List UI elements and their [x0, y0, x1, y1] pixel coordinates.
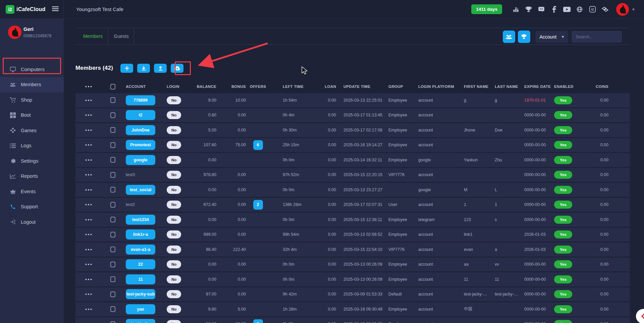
- col-header-loan[interactable]: LOAN: [311, 82, 340, 91]
- sidebar-item-reports[interactable]: Reports: [0, 169, 64, 184]
- row-select[interactable]: [102, 228, 123, 242]
- icafe-logo-icon[interactable]: i2: [589, 6, 596, 13]
- row-checkbox[interactable]: [110, 97, 115, 103]
- row-actions[interactable]: ●●●: [75, 108, 102, 122]
- discord-icon[interactable]: [538, 6, 545, 13]
- row-menu-icon[interactable]: ●●●: [85, 278, 93, 281]
- row-select[interactable]: [102, 287, 123, 302]
- account-pill[interactable]: 778899: [126, 95, 155, 105]
- account-pill[interactable]: test-jacky: [126, 319, 155, 323]
- row-menu-icon[interactable]: ●●●: [85, 292, 93, 296]
- row-select[interactable]: [102, 317, 123, 323]
- sidebar-item-members[interactable]: Members: [0, 77, 64, 93]
- row-actions[interactable]: ●●●: [75, 183, 102, 197]
- row-actions[interactable]: ●●●: [75, 258, 102, 272]
- sidebar-item-shop[interactable]: Shop: [0, 92, 64, 108]
- row-menu-icon[interactable]: ●●●: [85, 128, 93, 132]
- row-actions[interactable]: ●●●: [75, 317, 102, 323]
- row-checkbox[interactable]: [110, 217, 115, 222]
- row-menu-icon[interactable]: ●●●: [85, 203, 93, 206]
- row-checkbox[interactable]: [110, 276, 115, 282]
- row-actions[interactable]: ●●●: [75, 302, 102, 316]
- row-checkbox[interactable]: [110, 172, 115, 178]
- row-checkbox[interactable]: [110, 232, 115, 237]
- row-select[interactable]: [102, 302, 123, 316]
- row-menu-icon[interactable]: ●●●: [85, 143, 93, 147]
- globe-icon[interactable]: [576, 6, 583, 13]
- account-pill[interactable]: google: [126, 155, 155, 165]
- col-header-enabled[interactable]: ENABLED: [553, 82, 584, 91]
- row-checkbox[interactable]: [110, 306, 115, 312]
- row-menu-icon[interactable]: ●●●: [85, 113, 93, 117]
- col-header-coins[interactable]: COINS: [584, 82, 610, 91]
- offers-badge[interactable]: 6: [253, 140, 263, 150]
- account-pill[interactable]: 11: [126, 274, 155, 284]
- sidebar-user-card[interactable]: Geri 008612345678: [0, 19, 64, 58]
- col-header-platform[interactable]: LOGIN PLATFORM: [417, 82, 463, 91]
- row-actions[interactable]: ●●●: [75, 153, 102, 167]
- row-menu-icon[interactable]: ●●●: [85, 158, 93, 162]
- account-pill[interactable]: 22: [126, 259, 155, 269]
- row-menu-icon[interactable]: ●●●: [85, 173, 93, 176]
- row-actions[interactable]: ●●●: [75, 138, 102, 152]
- sidebar-item-logout[interactable]: Logout: [0, 214, 64, 230]
- row-actions[interactable]: ●●●: [75, 272, 102, 286]
- row-select[interactable]: [102, 272, 123, 286]
- row-select[interactable]: [102, 153, 123, 167]
- account-text[interactable]: test2: [126, 202, 135, 207]
- members-view-button[interactable]: [503, 31, 515, 43]
- offers-badge[interactable]: 3: [253, 319, 263, 323]
- export-button[interactable]: [154, 64, 167, 73]
- chevron-down-icon[interactable]: ▼: [632, 7, 635, 11]
- row-actions[interactable]: ●●●: [75, 213, 102, 227]
- row-checkbox[interactable]: [110, 112, 115, 118]
- row-actions[interactable]: ●●●: [75, 243, 102, 257]
- cloud-download-button[interactable]: [171, 64, 183, 73]
- row-menu-icon[interactable]: ●●●: [85, 233, 93, 236]
- col-header-lefttime[interactable]: LEFT TIME: [266, 82, 311, 91]
- col-header-offers[interactable]: OFFERS: [250, 82, 266, 91]
- col-header-expire[interactable]: EXPIRE DATE: [523, 82, 553, 91]
- row-menu-icon[interactable]: ●●●: [85, 248, 93, 251]
- col-header-last[interactable]: LAST NAME: [494, 82, 523, 91]
- tab-members[interactable]: Members: [75, 28, 108, 44]
- row-checkbox[interactable]: [110, 247, 115, 252]
- col-header-account[interactable]: ACCOUNT: [123, 82, 164, 91]
- row-select[interactable]: [102, 198, 123, 212]
- row-select[interactable]: [102, 138, 123, 152]
- row-menu-icon[interactable]: ●●●: [85, 308, 93, 311]
- row-select[interactable]: [102, 258, 123, 272]
- account-pill[interactable]: yao: [126, 304, 155, 314]
- row-select[interactable]: [102, 108, 123, 122]
- header-select-all[interactable]: [102, 82, 123, 91]
- row-checkbox[interactable]: [110, 291, 115, 297]
- offers-badge[interactable]: 2: [253, 200, 263, 210]
- select-all-checkbox[interactable]: [110, 84, 115, 90]
- add-member-button[interactable]: [120, 64, 133, 73]
- rank-view-button[interactable]: [518, 31, 530, 43]
- col-header-balance[interactable]: BALANCE: [197, 82, 221, 91]
- row-actions[interactable]: ●●●: [75, 287, 102, 302]
- row-actions[interactable]: ●●●: [75, 123, 102, 137]
- youtube-icon[interactable]: [563, 6, 571, 13]
- row-actions[interactable]: ●●●: [75, 168, 102, 182]
- row-checkbox[interactable]: [110, 157, 115, 163]
- account-pill[interactable]: Promotest: [126, 140, 155, 150]
- col-header-update[interactable]: UPDATE TIME: [340, 82, 387, 91]
- account-pill[interactable]: link1r-a: [126, 229, 155, 239]
- row-menu-icon[interactable]: ●●●: [85, 218, 93, 221]
- trophy-icon[interactable]: [525, 6, 532, 13]
- row-menu-icon[interactable]: ●●●: [85, 263, 93, 266]
- layers-icon[interactable]: [601, 6, 609, 13]
- account-pill[interactable]: evan-a1-a: [126, 245, 155, 255]
- sidebar-item-events[interactable]: Events: [0, 184, 64, 199]
- row-checkbox[interactable]: [110, 262, 115, 267]
- account-pill[interactable]: JohnDoe: [126, 125, 155, 135]
- row-checkbox[interactable]: [110, 142, 115, 148]
- col-header-bonus[interactable]: BONUS: [221, 82, 250, 91]
- row-select[interactable]: [102, 183, 123, 197]
- row-actions[interactable]: ●●●: [75, 228, 102, 242]
- import-button[interactable]: [137, 64, 150, 73]
- row-actions[interactable]: ●●●: [75, 93, 102, 107]
- col-header-group[interactable]: GROUP: [387, 82, 417, 91]
